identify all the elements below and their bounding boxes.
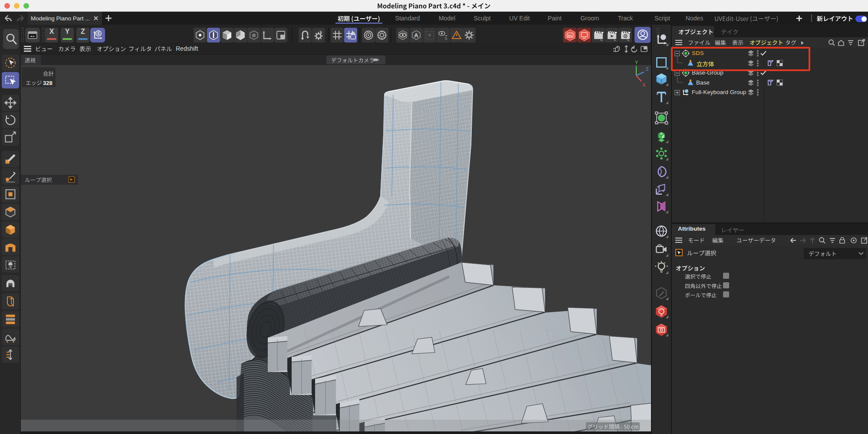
- svg-text:RV: RV: [568, 34, 572, 38]
- svg-text:X: X: [642, 82, 646, 88]
- svg-text:Y: Y: [635, 60, 638, 65]
- svg-text:Z: Z: [646, 66, 649, 72]
- svg-text:A: A: [414, 32, 418, 39]
